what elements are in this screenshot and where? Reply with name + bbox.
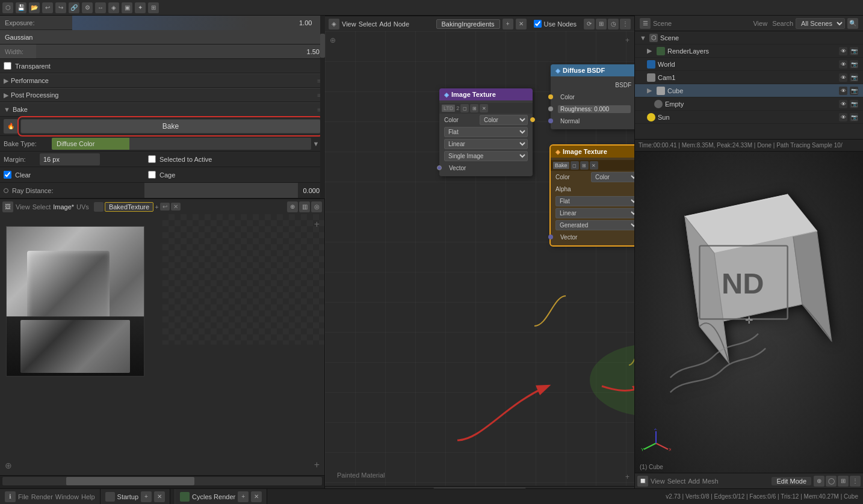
- img-tex-1-interp-sel[interactable]: Linear: [444, 139, 528, 149]
- clear-checkbox[interactable]: [4, 171, 11, 179]
- open-icon[interactable]: 📂: [29, 2, 40, 13]
- outliner-item-scene[interactable]: ▼ ⬡ Scene: [635, 31, 863, 45]
- image-close-btn[interactable]: ✕: [171, 203, 181, 211]
- all-scenes-dropdown[interactable]: All Scenes: [796, 18, 845, 29]
- undo-icon[interactable]: ↩: [42, 2, 53, 13]
- diffuse-bsdf-node[interactable]: ◈ Diffuse BSDF BSDF Color: [551, 64, 634, 129]
- bake-tex-btn[interactable]: Bake: [553, 162, 569, 169]
- uvs-menu[interactable]: UVs: [76, 203, 89, 211]
- select-menu[interactable]: Select: [32, 203, 51, 211]
- outliner-item-world[interactable]: World 👁 📷: [635, 58, 863, 71]
- bake-type-arrow[interactable]: ▼: [311, 140, 321, 147]
- performance-section[interactable]: ▶ Performance ≡: [0, 73, 324, 88]
- outliner-item-cam1[interactable]: Cam1 👁 📷: [635, 71, 863, 84]
- node-node-menu[interactable]: Node: [394, 20, 409, 28]
- post-processing-section[interactable]: ▶ Post Processing ≡: [0, 88, 324, 102]
- node-add-menu[interactable]: Add: [379, 20, 391, 28]
- cycles-add[interactable]: +: [238, 491, 249, 502]
- img-tex-1-icon2[interactable]: ⊞: [470, 104, 478, 112]
- cycles-close[interactable]: ✕: [251, 491, 262, 502]
- bake-button[interactable]: Bake: [20, 119, 321, 134]
- help-menu[interactable]: Help: [81, 493, 95, 500]
- image-menu[interactable]: Image*: [53, 203, 74, 211]
- render-menu-bottom[interactable]: Render: [31, 493, 53, 500]
- node-editor-type-icon[interactable]: ◈: [329, 19, 339, 29]
- node-hscroll[interactable]: [325, 486, 634, 488]
- cam1-vis-icon[interactable]: 👁: [839, 73, 847, 82]
- bake-type-value[interactable]: Diffuse Color: [52, 138, 311, 150]
- cube-vis-icon[interactable]: 👁: [839, 87, 847, 95]
- tool2-icon[interactable]: ↔: [95, 2, 106, 13]
- image-save-btn[interactable]: ↩: [160, 203, 170, 211]
- cube-expand[interactable]: ▶: [647, 87, 654, 94]
- sun-vis-icon[interactable]: 👁: [839, 113, 847, 121]
- node-view-menu[interactable]: View: [342, 20, 356, 28]
- tool4-icon[interactable]: ▣: [122, 2, 132, 13]
- scene-expand[interactable]: ▼: [640, 34, 647, 41]
- img-tex-1-close[interactable]: ✕: [480, 104, 488, 112]
- node-icon-1[interactable]: ⟳: [584, 19, 595, 29]
- filter-value[interactable]: Gaussian: [0, 30, 321, 44]
- outliner-type-icon[interactable]: ☰: [640, 18, 651, 29]
- node-expand-icon[interactable]: +: [625, 36, 629, 45]
- world-render-icon[interactable]: 📷: [850, 60, 858, 69]
- img-tex-2-ext-sel[interactable]: Generated: [555, 220, 634, 230]
- outliner-item-renderlayers[interactable]: ▶ RenderLayers 👁 📷: [635, 45, 863, 58]
- expand-icon[interactable]: +: [314, 219, 320, 230]
- scrollbar-thumb[interactable]: [320, 34, 325, 58]
- startup-close[interactable]: ✕: [154, 491, 165, 502]
- zoom-icon[interactable]: ⊕: [287, 201, 298, 212]
- transparent-checkbox[interactable]: [4, 62, 11, 70]
- img-tex-1-color-sel[interactable]: Color: [480, 115, 528, 125]
- viewport-type-icon[interactable]: 🔲: [637, 476, 648, 487]
- bsdf-roughness-field[interactable]: Roughness: 0.000: [558, 105, 631, 113]
- node-icon-2[interactable]: ⊞: [596, 19, 607, 29]
- node-hscroll-thumb[interactable]: [433, 488, 526, 488]
- node-icon-3[interactable]: ◷: [608, 19, 619, 29]
- img-tex-2-icon1[interactable]: ◻: [571, 161, 579, 170]
- node-icon-4[interactable]: ⋮: [620, 19, 631, 29]
- save-icon[interactable]: 💾: [16, 2, 26, 13]
- info-icon[interactable]: ℹ: [5, 491, 16, 502]
- viewport-mesh-menu[interactable]: Mesh: [702, 478, 719, 485]
- image-texture-node-1[interactable]: ◈ Image Texture LTD 2 ◻ ⊞ ✕ Color: [439, 88, 533, 176]
- node-select-menu[interactable]: Select: [359, 20, 377, 28]
- img-tex-2-close[interactable]: ✕: [590, 161, 598, 170]
- panel-scrollbar[interactable]: [320, 16, 325, 198]
- view-menu-outliner[interactable]: View: [753, 20, 767, 27]
- window-menu[interactable]: Window: [55, 493, 79, 500]
- search-icon[interactable]: 🔍: [847, 18, 858, 29]
- tool3-icon[interactable]: ◈: [108, 2, 119, 13]
- width-slider[interactable]: [36, 45, 302, 58]
- baking-dropdown[interactable]: BakingIngredients: [436, 19, 500, 29]
- cube-render-icon[interactable]: 📷: [850, 87, 858, 95]
- empty-render-icon[interactable]: 📷: [850, 100, 858, 108]
- cam1-render-icon[interactable]: 📷: [850, 73, 858, 82]
- tool6-icon[interactable]: ⊞: [148, 2, 159, 13]
- node-close-icon[interactable]: ✕: [516, 19, 527, 29]
- vp-icon-4[interactable]: ⋮: [850, 476, 861, 487]
- channels-icon[interactable]: ▥: [299, 201, 310, 212]
- viewport-select-menu[interactable]: Select: [667, 478, 686, 485]
- link-icon[interactable]: 🔗: [69, 2, 79, 13]
- editor-type-icon[interactable]: 🖼: [2, 201, 13, 212]
- timeline-scrollbar[interactable]: [2, 477, 322, 485]
- node-expand-2-icon[interactable]: +: [625, 473, 629, 481]
- viewport-add-menu[interactable]: Add: [688, 478, 700, 485]
- scrollbar-thumb[interactable]: [66, 477, 194, 485]
- renderlayers-vis-icon[interactable]: 👁: [839, 47, 847, 55]
- outliner-item-empty[interactable]: Empty 👁 📷: [635, 97, 863, 111]
- edit-mode-dropdown[interactable]: Edit Mode: [772, 477, 811, 485]
- ray-dist-slider[interactable]: [144, 183, 298, 198]
- sun-render-icon[interactable]: 📷: [850, 113, 858, 121]
- redo-icon[interactable]: ↪: [55, 2, 66, 13]
- vp-icon-3[interactable]: ⊞: [838, 476, 849, 487]
- img-tex-1-proj-sel[interactable]: Flat: [444, 127, 528, 137]
- viewport-view-menu[interactable]: View: [651, 478, 665, 485]
- render-expand[interactable]: ▶: [647, 47, 654, 55]
- use-nodes-checkbox[interactable]: [534, 20, 542, 28]
- outliner-item-cube[interactable]: ▶ Cube 👁 📷: [635, 84, 863, 97]
- startup-add[interactable]: +: [141, 491, 152, 502]
- bake-section-header[interactable]: ▼ Bake ≡: [0, 102, 324, 117]
- render-icon[interactable]: ◎: [311, 201, 322, 212]
